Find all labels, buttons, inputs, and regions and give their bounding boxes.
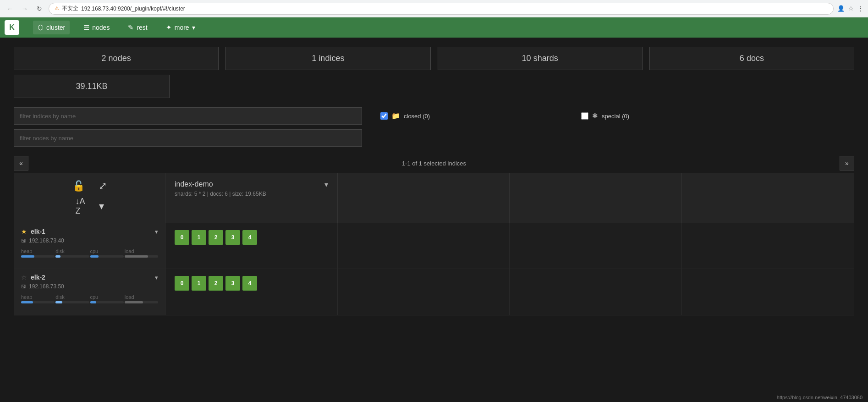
indices-stat: 1 indices: [225, 47, 430, 70]
elk2-dropdown[interactable]: ▾: [155, 274, 158, 281]
elk1-cpu: cpu: [90, 248, 124, 258]
elk2-empty-2: [510, 269, 682, 315]
reload-button[interactable]: ↻: [34, 3, 45, 14]
elk1-shard-1[interactable]: 1: [192, 230, 206, 245]
size-stat: 39.11KB: [14, 75, 170, 98]
elk1-cpu-label: cpu: [90, 248, 99, 254]
elk1-shard-4[interactable]: 4: [242, 230, 257, 245]
db-icon-elk1: 🖫: [21, 238, 26, 243]
node-name-row-elk1: ★ elk-1 ▾: [21, 228, 158, 235]
elk2-shard-0[interactable]: 0: [175, 276, 189, 291]
unlock-icon[interactable]: 🔓: [72, 180, 85, 192]
elk2-heap: heap: [21, 293, 55, 303]
star-elk2[interactable]: ☆: [21, 274, 27, 281]
nav-rest[interactable]: ✎ rest: [123, 21, 152, 34]
elk1-cpu-bar: [90, 255, 99, 258]
elk2-shard-1[interactable]: 1: [192, 276, 206, 291]
elk1-disk-bar-container: [55, 255, 89, 258]
elk2-shard-4[interactable]: 4: [242, 276, 257, 291]
closed-checkbox-item[interactable]: 📁 closed (0): [380, 112, 430, 120]
profile-icon: 👤: [837, 5, 845, 12]
elk1-dropdown[interactable]: ▾: [155, 228, 158, 235]
sort-az-icon[interactable]: ↓AZ: [75, 197, 85, 216]
elk2-load-bar: [125, 301, 143, 303]
cluster-grid: 🔓 ⤢ ↓AZ ▾ index-demo shards: 5 * 2 | doc…: [14, 173, 854, 315]
next-page-button[interactable]: »: [840, 156, 854, 171]
shards-stat: 10 shards: [438, 47, 643, 70]
closed-checkbox[interactable]: [380, 112, 388, 120]
pagination-row: « 1-1 of 1 selected indices »: [14, 156, 854, 171]
elk1-shards: 0 1 2 3 4: [165, 223, 338, 269]
elk1-heap: heap: [21, 248, 55, 258]
nav-cluster-label: cluster: [46, 24, 65, 31]
shards-label: shards: [533, 54, 558, 63]
nav-nodes[interactable]: ☰ nodes: [79, 21, 114, 34]
empty-header-1: [338, 173, 510, 223]
index-dropdown-icon[interactable]: ▾: [324, 180, 328, 189]
browser-right-icons: 👤 ☆ ⋮: [837, 5, 863, 12]
elk2-shards: 0 1 2 3 4: [165, 269, 338, 315]
nodes-icon: ☰: [83, 23, 89, 32]
folder-icon: 📁: [391, 112, 400, 120]
elk2-heap-bar: [21, 301, 33, 303]
filter-nodes-input[interactable]: [14, 129, 362, 147]
sort-dropdown-icon[interactable]: ▾: [99, 200, 104, 212]
elk2-heap-label: heap: [21, 294, 32, 300]
elk1-load-bar-container: [125, 255, 158, 258]
elk2-load-bar-container: [125, 301, 158, 303]
node-info-elk2: ☆ elk-2 ▾ 🖫 192.168.73.50 heap: [14, 269, 165, 315]
star-browser-icon: ☆: [848, 5, 854, 12]
elk1-ip: 192.168.73.40: [29, 237, 64, 244]
address-bar: ⚠ 不安全 192.168.73.40:9200/_plugin/kopf/#!…: [49, 3, 834, 15]
back-button[interactable]: ←: [5, 3, 16, 14]
nodes-count: 2: [102, 54, 106, 63]
more-dropdown-icon: ▾: [192, 24, 195, 31]
elk1-name: elk-1: [31, 228, 45, 235]
elk1-shard-0[interactable]: 0: [175, 230, 189, 245]
nodes-label: nodes: [109, 54, 131, 63]
nav-cluster[interactable]: ⬡ cluster: [33, 21, 70, 34]
node-info-elk1: ★ elk-1 ▾ 🖫 192.168.73.40 heap: [14, 223, 165, 269]
nav-more[interactable]: ✦ more ▾: [161, 21, 200, 34]
asterisk-icon: ✱: [592, 112, 598, 120]
nav-more-label: more: [175, 24, 189, 31]
elk1-disk: disk: [55, 248, 89, 258]
node-name-row-elk2: ☆ elk-2 ▾: [21, 274, 158, 281]
elk2-stats: heap disk cpu: [21, 293, 158, 303]
insecure-icon: ⚠: [55, 6, 59, 11]
elk2-shard-2[interactable]: 2: [209, 276, 223, 291]
indices-filter-row: 📁 closed (0) ✱ special (0): [14, 107, 854, 125]
special-checkbox[interactable]: [581, 112, 588, 120]
elk1-empty-2: [510, 223, 682, 269]
prev-page-button[interactable]: «: [14, 156, 28, 171]
elk1-disk-label: disk: [55, 248, 65, 254]
elk2-cpu-label: cpu: [90, 294, 99, 300]
special-label: special (0): [602, 113, 629, 120]
grid-header: 🔓 ⤢ ↓AZ ▾ index-demo shards: 5 * 2 | doc…: [14, 173, 854, 223]
empty-header-2: [510, 173, 682, 223]
star-elk1[interactable]: ★: [21, 228, 27, 235]
elk1-stats: heap disk cpu: [21, 248, 158, 258]
elk2-name: elk-2: [31, 274, 45, 281]
size-value: 39.11KB: [76, 82, 107, 91]
elk1-shard-2[interactable]: 2: [209, 230, 223, 245]
node-row-elk2: ☆ elk-2 ▾ 🖫 192.168.73.50 heap: [14, 269, 854, 315]
special-checkbox-item[interactable]: ✱ special (0): [581, 112, 629, 120]
forward-button[interactable]: →: [19, 3, 30, 14]
expand-icon[interactable]: ⤢: [99, 180, 107, 192]
elk1-load-bar: [125, 255, 148, 258]
elk2-shard-3[interactable]: 3: [225, 276, 240, 291]
elk1-empty-1: [338, 223, 510, 269]
filter-section: 📁 closed (0) ✱ special (0): [14, 107, 854, 147]
elk1-shard-3[interactable]: 3: [225, 230, 240, 245]
elk2-disk-bar: [55, 301, 62, 303]
status-url: https://blog.csdn.net/weixin_47403060: [777, 395, 863, 400]
nodes-filter-row: [14, 129, 854, 147]
rest-icon: ✎: [128, 23, 134, 32]
filter-indices-input[interactable]: [14, 107, 362, 125]
cluster-icon: ⬡: [38, 23, 44, 32]
elk2-ip-row: 🖫 192.168.73.50: [21, 283, 158, 290]
url-display: 192.168.73.40:9200/_plugin/kopf/#!/clust…: [81, 6, 185, 12]
elk2-cpu-bar-container: [90, 301, 124, 303]
stats-row: 2 nodes 1 indices 10 shards 6 docs: [14, 47, 854, 70]
